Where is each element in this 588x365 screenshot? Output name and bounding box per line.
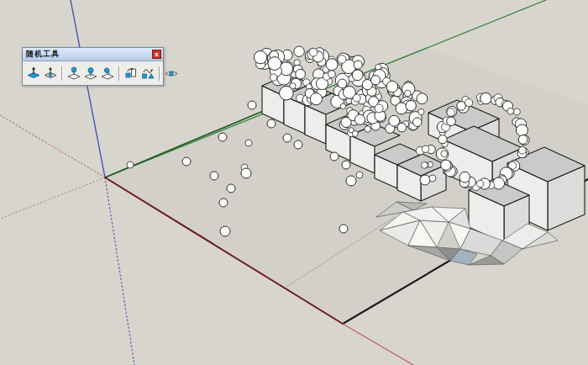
scatter-on-plane-outline-icon — [44, 66, 57, 80]
toolbar-icon-row — [23, 61, 163, 85]
scatter-on-plane-outline-button[interactable] — [43, 64, 58, 82]
drop-component-center-button[interactable] — [83, 64, 98, 82]
random-tools-panel: 随机工具 x — [22, 47, 164, 86]
scatter-on-plane-solid-button[interactable] — [26, 64, 41, 82]
drop-component-center-icon — [84, 66, 97, 80]
drop-component-to-plane-button[interactable] — [66, 64, 81, 82]
random-scale-icon — [124, 66, 138, 80]
toolbar-separator — [118, 66, 120, 81]
scatter-on-plane-solid-icon — [27, 66, 40, 80]
drop-component-to-plane-icon — [67, 66, 81, 80]
drop-component-tilt-button[interactable] — [100, 64, 115, 82]
drop-component-tilt-icon — [101, 66, 114, 80]
random-replace-icon — [141, 66, 155, 80]
toolbar-separator — [61, 66, 63, 81]
random-scale-button[interactable] — [123, 64, 139, 82]
preview-eye-icon — [165, 66, 178, 80]
panel-titlebar[interactable]: 随机工具 x — [23, 48, 163, 61]
random-replace-button[interactable] — [140, 64, 155, 82]
sketchup-viewport[interactable]: 随机工具 x — [0, 0, 588, 365]
toolbar-separator — [159, 66, 160, 81]
preview-eye-button[interactable] — [164, 64, 179, 82]
panel-title: 随机工具 — [26, 48, 60, 61]
close-button[interactable]: x — [152, 50, 161, 59]
